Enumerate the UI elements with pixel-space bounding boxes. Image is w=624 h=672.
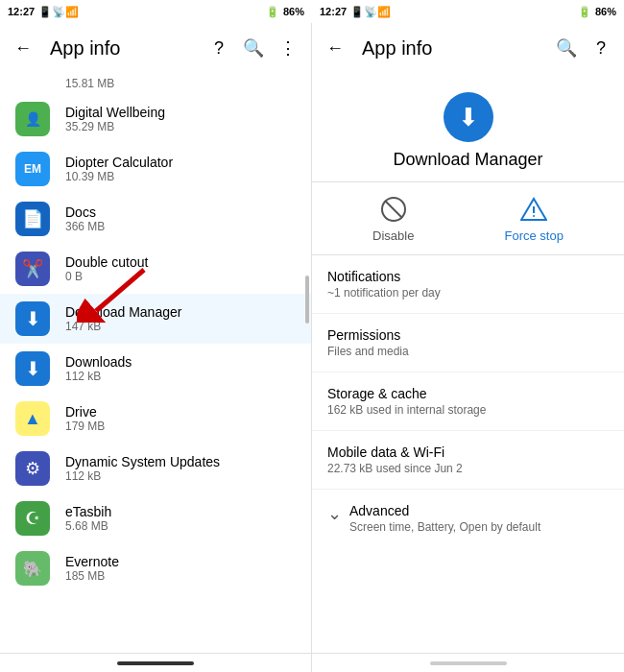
left-nav-indicator xyxy=(117,661,194,665)
app-name: Dynamic System Updates xyxy=(65,454,220,469)
app-size: 179 MB xyxy=(65,420,105,433)
list-item[interactable]: ⬇ Downloads 112 kB xyxy=(0,344,311,394)
notifications-sub: ~1 notification per day xyxy=(327,286,609,300)
right-icons: 📱📡📶 xyxy=(350,6,391,18)
storage-cache-row[interactable]: Storage & cache 162 kB used in internal … xyxy=(312,372,624,431)
left-panel: ← App info ? 🔍 ⋮ 15.81 MB 👤 Digital Well… xyxy=(0,23,312,672)
list-item[interactable]: ⚙ Dynamic System Updates 112 kB xyxy=(0,444,311,493)
list-item[interactable]: ✂️ Double cutout 0 B xyxy=(0,244,311,294)
status-bars: 12:27 📱📡📶 🔋 86% 12:27 📱📡📶 🔋 86% xyxy=(0,0,624,23)
left-time: 12:27 xyxy=(8,6,35,17)
app-size: 10.39 MB xyxy=(65,170,173,183)
permissions-row[interactable]: Permissions Files and media xyxy=(312,314,624,372)
left-back-button[interactable]: ← xyxy=(12,36,35,60)
app-icon-large: ⬇ xyxy=(444,92,493,142)
app-size: 112 kB xyxy=(65,370,132,383)
app-name: Download Manager xyxy=(65,304,181,320)
right-content: ⬇ Download Manager Disable xyxy=(312,73,624,653)
download-manager-icon: ⬇ xyxy=(15,301,50,336)
scroll-thumb xyxy=(305,276,309,324)
left-battery-icon: 🔋 xyxy=(266,6,279,18)
right-panel: ← App info 🔍 ? ⬇ Download Manager xyxy=(312,23,624,672)
right-back-button[interactable]: ← xyxy=(324,36,347,60)
notifications-row[interactable]: Notifications ~1 notification per day xyxy=(312,255,624,314)
right-search-button[interactable]: 🔍 xyxy=(555,36,578,60)
app-name: eTasbih xyxy=(65,504,111,519)
list-item[interactable]: EM Diopter Calculator 10.39 MB xyxy=(0,144,311,194)
mobile-data-sub: 22.73 kB used since Jun 2 xyxy=(327,462,609,475)
right-time: 12:27 xyxy=(320,6,347,17)
left-battery: 86% xyxy=(283,6,304,17)
app-size: 5.68 MB xyxy=(65,519,111,533)
storage-sub: 162 kB used in internal storage xyxy=(327,403,609,417)
force-stop-icon xyxy=(518,194,549,225)
etasbih-icon: ☪ xyxy=(15,501,50,536)
app-name: Downloads xyxy=(65,354,132,370)
list-item[interactable]: ▲ Drive 179 MB xyxy=(0,394,311,444)
force-stop-label: Force stop xyxy=(505,228,564,243)
left-panel-title: App info xyxy=(50,37,192,60)
app-name: Drive xyxy=(65,404,105,420)
evernote-icon: 🐘 xyxy=(15,551,50,586)
left-app-bar: ← App info ? 🔍 ⋮ xyxy=(0,23,311,73)
download-manager-list-item[interactable]: ⬇ Download Manager 147 kB xyxy=(0,294,311,344)
app-name: Digital Wellbeing xyxy=(65,105,165,120)
list-item[interactable]: 🐘 Evernote 185 MB xyxy=(0,543,311,593)
dynamic-system-icon: ⚙ xyxy=(15,451,50,486)
app-size: 0 B xyxy=(65,270,148,283)
advanced-sub: Screen time, Battery, Open by default xyxy=(349,520,609,534)
list-item[interactable]: 📄 Docs 366 MB xyxy=(0,194,311,244)
right-panel-title: App info xyxy=(362,37,540,60)
partial-item: 15.81 MB xyxy=(0,73,311,94)
notifications-title: Notifications xyxy=(327,269,609,284)
disable-button[interactable]: Disable xyxy=(372,194,414,243)
app-name: Evernote xyxy=(65,554,119,569)
list-item[interactable]: ☪ eTasbih 5.68 MB xyxy=(0,493,311,543)
downloads-icon: ⬇ xyxy=(15,351,50,386)
app-name: Double cutout xyxy=(65,254,148,270)
right-nav-bar xyxy=(312,653,624,672)
app-size: 147 kB xyxy=(65,320,181,333)
app-size: 185 MB xyxy=(65,569,119,583)
disable-label: Disable xyxy=(372,228,414,243)
svg-line-3 xyxy=(385,201,402,218)
svg-point-6 xyxy=(533,215,535,217)
right-app-bar: ← App info 🔍 ? xyxy=(312,23,624,73)
left-search-button[interactable]: 🔍 xyxy=(242,36,265,60)
app-list: 15.81 MB 👤 Digital Wellbeing 35.29 MB EM… xyxy=(0,73,311,653)
storage-title: Storage & cache xyxy=(327,386,609,401)
right-status-bar: 12:27 📱📡📶 🔋 86% xyxy=(312,0,624,23)
app-size: 35.29 MB xyxy=(65,120,165,133)
advanced-title: Advanced xyxy=(349,503,609,518)
list-item[interactable]: 👤 Digital Wellbeing 35.29 MB xyxy=(0,94,311,144)
double-cutout-icon: ✂️ xyxy=(15,252,50,286)
permissions-title: Permissions xyxy=(327,327,609,343)
action-buttons: Disable Force stop xyxy=(312,182,624,255)
left-more-button[interactable]: ⋮ xyxy=(276,36,300,60)
force-stop-button[interactable]: Force stop xyxy=(505,194,564,243)
right-battery: 86% xyxy=(595,6,616,17)
app-name: Docs xyxy=(65,204,105,220)
drive-icon: ▲ xyxy=(15,401,50,436)
digital-wellbeing-icon: 👤 xyxy=(15,102,50,136)
left-icons: 📱📡📶 xyxy=(38,6,79,18)
app-header: ⬇ Download Manager xyxy=(312,73,624,182)
docs-icon: 📄 xyxy=(15,202,50,236)
mobile-data-title: Mobile data & Wi-Fi xyxy=(327,444,609,460)
app-name: Diopter Calculator xyxy=(65,155,173,170)
left-status-bar: 12:27 📱📡📶 🔋 86% xyxy=(0,0,312,23)
right-app-name: Download Manager xyxy=(393,150,542,170)
scrollbar[interactable] xyxy=(305,73,309,653)
diopter-icon: EM xyxy=(15,152,50,186)
disable-icon xyxy=(378,194,409,225)
right-help-button[interactable]: ? xyxy=(589,36,612,60)
app-size: 366 MB xyxy=(65,220,105,233)
chevron-down-icon: ⌄ xyxy=(327,503,342,524)
app-size: 112 kB xyxy=(65,469,220,483)
advanced-row[interactable]: ⌄ Advanced Screen time, Battery, Open by… xyxy=(312,490,624,547)
left-help-button[interactable]: ? xyxy=(207,36,230,60)
mobile-data-row[interactable]: Mobile data & Wi-Fi 22.73 kB used since … xyxy=(312,431,624,490)
right-nav-indicator xyxy=(430,661,507,665)
right-battery-icon: 🔋 xyxy=(578,6,591,18)
left-nav-bar xyxy=(0,653,311,672)
